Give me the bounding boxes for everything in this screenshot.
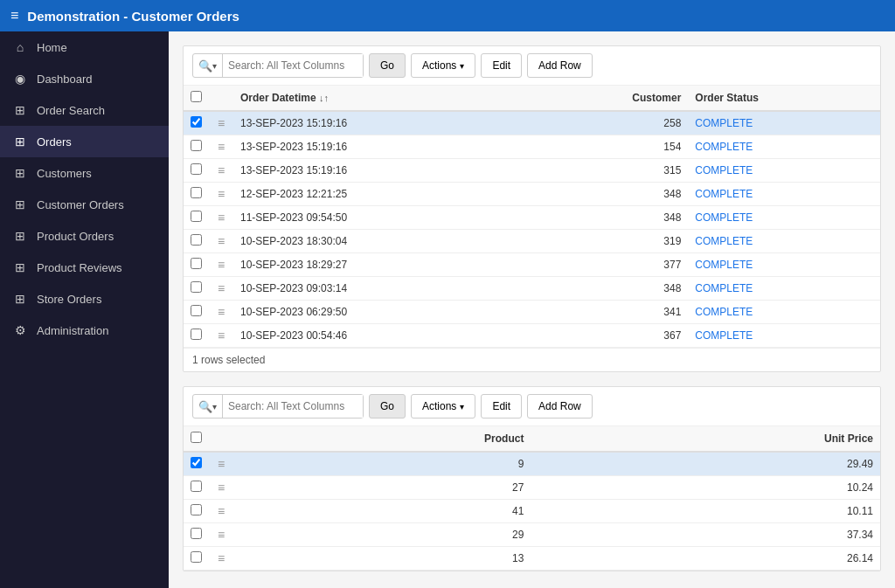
table-row[interactable]: ≡ 27 10.24 — [184, 476, 880, 500]
cell-customer: 319 — [532, 230, 688, 253]
cell-order-datetime: 13-SEP-2023 15:19:16 — [233, 135, 532, 159]
table-row[interactable]: ≡ 13 26.14 — [184, 547, 880, 571]
sidebar-icon-product-orders: ⊞ — [12, 229, 28, 243]
cell-customer: 315 — [532, 159, 688, 183]
row-checkbox[interactable] — [191, 163, 202, 175]
sort-icon: ↓↑ — [319, 93, 329, 103]
sidebar-item-customers[interactable]: ⊞Customers — [0, 157, 169, 189]
top-grid-panel: 🔍 ▾ Go Actions Edit Add Row Or — [183, 45, 881, 372]
row-checkbox[interactable] — [191, 528, 202, 539]
app-icon: ≡ — [10, 8, 18, 24]
table-row[interactable]: ≡ 13-SEP-2023 15:19:16 154 COMPLETE — [184, 135, 880, 159]
cell-order-status: COMPLETE — [688, 253, 880, 277]
row-checkbox[interactable] — [191, 211, 202, 222]
table-row[interactable]: ≡ 10-SEP-2023 09:03:14 348 COMPLETE — [184, 277, 880, 301]
bottom-go-button[interactable]: Go — [369, 394, 406, 419]
cell-order-datetime: 10-SEP-2023 18:29:27 — [233, 253, 532, 277]
cell-customer: 348 — [532, 277, 688, 301]
sidebar-icon-store-orders: ⊞ — [12, 292, 28, 306]
col-customer: Customer — [532, 86, 688, 111]
sidebar-label-order-search: Order Search — [37, 104, 156, 117]
row-checkbox[interactable] — [191, 116, 202, 128]
row-checkbox[interactable] — [191, 187, 202, 198]
bottom-add-row-button[interactable]: Add Row — [527, 394, 593, 419]
table-row[interactable]: ≡ 12-SEP-2023 12:21:25 348 COMPLETE — [184, 183, 880, 206]
sidebar-label-administration: Administration — [37, 324, 156, 337]
bottom-search-input[interactable] — [223, 395, 363, 418]
col-order-datetime: Order Datetime ↓↑ — [233, 86, 532, 111]
cell-order-status: COMPLETE — [688, 301, 880, 324]
top-search-input[interactable] — [223, 54, 363, 77]
sidebar-icon-customers: ⊞ — [12, 166, 28, 180]
table-row[interactable]: ≡ 11-SEP-2023 09:54:50 348 COMPLETE — [184, 206, 880, 230]
top-search-icon-btn[interactable]: 🔍 ▾ — [193, 54, 223, 77]
top-row-count: 1 rows selected — [184, 348, 880, 371]
cell-product: 41 — [233, 500, 531, 523]
cell-customer: 154 — [532, 135, 688, 159]
bottom-select-all-checkbox[interactable] — [191, 432, 202, 443]
table-row[interactable]: ≡ 10-SEP-2023 18:29:27 377 COMPLETE — [184, 253, 880, 277]
cell-customer: 258 — [532, 111, 688, 135]
top-add-row-button[interactable]: Add Row — [527, 53, 593, 78]
sidebar-item-administration[interactable]: ⚙Administration — [0, 315, 169, 346]
top-grid-toolbar: 🔍 ▾ Go Actions Edit Add Row — [184, 46, 880, 86]
app-title: Demonstration - Customer Orders — [27, 9, 239, 24]
sidebar-item-dashboard[interactable]: ◉Dashboard — [0, 63, 169, 94]
table-row[interactable]: ≡ 29 37.34 — [184, 523, 880, 547]
sidebar-item-order-search[interactable]: ⊞Order Search — [0, 94, 169, 126]
cell-unit-price: 29.49 — [531, 452, 880, 476]
row-checkbox[interactable] — [191, 481, 202, 492]
table-row[interactable]: ≡ 41 10.11 — [184, 500, 880, 523]
table-row[interactable]: ≡ 10-SEP-2023 18:30:04 319 COMPLETE — [184, 230, 880, 253]
top-go-button[interactable]: Go — [369, 53, 406, 78]
row-checkbox[interactable] — [191, 329, 202, 340]
cell-order-datetime: 10-SEP-2023 09:03:14 — [233, 277, 532, 301]
row-checkbox[interactable] — [191, 305, 202, 316]
sidebar-item-home[interactable]: ⌂Home — [0, 31, 169, 63]
sidebar-icon-customer-orders: ⊞ — [12, 197, 28, 211]
sidebar-item-orders[interactable]: ⊞Orders — [0, 126, 169, 157]
row-handle-icon: ≡ — [218, 163, 225, 177]
cell-order-status: COMPLETE — [688, 111, 880, 135]
sidebar: ⌂Home◉Dashboard⊞Order Search⊞Orders⊞Cust… — [0, 31, 169, 588]
bottom-data-table: Product Unit Price ≡ 9 29.49 ≡ 27 10.24 … — [184, 426, 880, 571]
row-checkbox[interactable] — [191, 504, 202, 515]
row-handle-icon: ≡ — [218, 258, 225, 272]
bottom-edit-button[interactable]: Edit — [481, 394, 522, 419]
sidebar-item-product-reviews[interactable]: ⊞Product Reviews — [0, 252, 169, 283]
cell-order-status: COMPLETE — [688, 206, 880, 230]
cell-product: 29 — [233, 523, 531, 547]
bottom-search-icon-btn[interactable]: 🔍 ▾ — [193, 395, 223, 418]
cell-unit-price: 10.24 — [531, 476, 880, 500]
sidebar-icon-orders: ⊞ — [12, 135, 28, 149]
sidebar-icon-order-search: ⊞ — [12, 103, 28, 117]
table-row[interactable]: ≡ 13-SEP-2023 15:19:16 258 COMPLETE — [184, 111, 880, 135]
row-checkbox[interactable] — [191, 457, 202, 468]
sidebar-item-product-orders[interactable]: ⊞Product Orders — [0, 220, 169, 252]
top-search-wrap: 🔍 ▾ — [192, 53, 364, 78]
row-checkbox[interactable] — [191, 281, 202, 293]
row-handle-icon: ≡ — [218, 504, 225, 518]
table-row[interactable]: ≡ 13-SEP-2023 15:19:16 315 COMPLETE — [184, 159, 880, 183]
row-handle-icon: ≡ — [218, 528, 225, 542]
top-select-all-checkbox[interactable] — [191, 91, 202, 102]
table-row[interactable]: ≡ 9 29.49 — [184, 452, 880, 476]
row-checkbox[interactable] — [191, 258, 202, 269]
cell-order-status: COMPLETE — [688, 230, 880, 253]
row-checkbox[interactable] — [191, 551, 202, 563]
table-row[interactable]: ≡ 10-SEP-2023 00:54:46 367 COMPLETE — [184, 324, 880, 348]
bottom-actions-button[interactable]: Actions — [411, 394, 475, 419]
row-checkbox[interactable] — [191, 140, 202, 151]
sidebar-item-store-orders[interactable]: ⊞Store Orders — [0, 283, 169, 315]
sidebar-item-customer-orders[interactable]: ⊞Customer Orders — [0, 189, 169, 220]
cell-order-status: COMPLETE — [688, 324, 880, 348]
sidebar-label-store-orders: Store Orders — [37, 293, 156, 306]
table-row[interactable]: ≡ 10-SEP-2023 06:29:50 341 COMPLETE — [184, 301, 880, 324]
sidebar-label-customer-orders: Customer Orders — [37, 198, 156, 211]
cell-customer: 341 — [532, 301, 688, 324]
row-handle-icon: ≡ — [218, 457, 225, 471]
top-edit-button[interactable]: Edit — [481, 53, 522, 78]
cell-order-status: COMPLETE — [688, 277, 880, 301]
top-actions-button[interactable]: Actions — [411, 53, 475, 78]
row-checkbox[interactable] — [191, 234, 202, 246]
